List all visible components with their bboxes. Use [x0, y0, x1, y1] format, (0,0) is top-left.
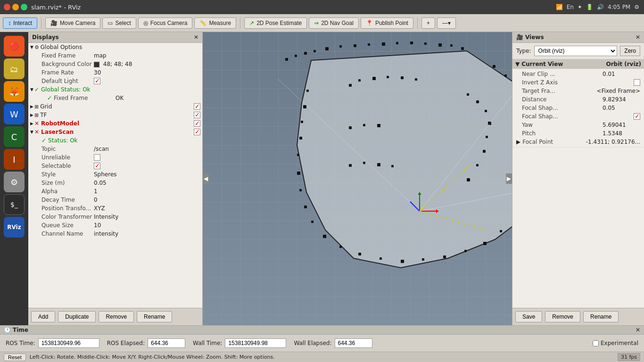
- frame-rate-value[interactable]: 30: [94, 69, 101, 76]
- experimental-checkbox[interactable]: [593, 340, 599, 346]
- svg-rect-6: [354, 44, 356, 47]
- close-button[interactable]: [4, 4, 10, 10]
- dock-libreoffice-w-icon[interactable]: W: [4, 104, 25, 124]
- maximize-button[interactable]: [21, 4, 27, 10]
- global-options-row[interactable]: ▼ ⚙ Global Options: [28, 43, 202, 51]
- svg-rect-46: [306, 90, 309, 92]
- dock-libreoffice-i-icon[interactable]: I: [4, 149, 25, 170]
- dock-rviz-icon[interactable]: RViz: [4, 217, 25, 238]
- invert-z-checkbox[interactable]: [634, 79, 640, 86]
- laser-channel-value[interactable]: intensity: [94, 230, 118, 237]
- global-status-row[interactable]: ▼ ✓ Global Status: Ok: [28, 85, 202, 94]
- near-clip-value[interactable]: 0.01: [603, 71, 640, 77]
- dock-settings-icon[interactable]: ⚙: [4, 172, 25, 192]
- libreoffice-calc-icon: C: [11, 132, 17, 142]
- laser-selectable-row: Selectable: [28, 162, 202, 170]
- laser-pos-value[interactable]: XYZ: [94, 205, 105, 212]
- views-type-select[interactable]: Orbit (rviz): [534, 46, 618, 56]
- dock-firefox-icon[interactable]: 🦊: [4, 81, 25, 102]
- dock-files-icon[interactable]: 🗂: [4, 58, 25, 79]
- target-frame-value[interactable]: <Fixed Frame>: [597, 88, 640, 94]
- laser-style-value[interactable]: Spheres: [94, 171, 117, 178]
- laser-alpha-row: Alpha 1: [28, 187, 202, 196]
- measure-icon: 📏: [199, 20, 206, 26]
- laser-color-value[interactable]: Intensity: [94, 214, 118, 220]
- pose-estimate-button[interactable]: ↗ 2D Pose Estimate: [244, 17, 307, 29]
- grid-checkbox[interactable]: [194, 103, 200, 110]
- laser-selectable-checkbox[interactable]: [94, 163, 100, 169]
- robot-model-arrow[interactable]: ▶: [30, 121, 33, 126]
- rename-display-button[interactable]: Rename: [137, 311, 172, 322]
- displays-close-icon[interactable]: ✕: [194, 34, 198, 41]
- ros-elapsed-input[interactable]: 644.36: [148, 338, 185, 348]
- remove-view-button[interactable]: Remove: [545, 311, 580, 322]
- interact-button[interactable]: ↕ Interact: [3, 17, 37, 29]
- grid-row[interactable]: ▶ ⊞ Grid: [28, 102, 202, 111]
- yaw-value[interactable]: 5.69041: [603, 122, 640, 128]
- grid-icon: ⊞: [34, 104, 39, 110]
- wall-elapsed-input[interactable]: 644.36: [335, 338, 372, 348]
- settings-icon[interactable]: ⚙: [634, 4, 639, 10]
- laser-alpha-value[interactable]: 1: [94, 188, 98, 195]
- collapse-left-button[interactable]: ◀: [203, 173, 209, 184]
- ros-time-input[interactable]: 1538130949.96: [38, 338, 99, 348]
- grid-arrow[interactable]: ▶: [30, 104, 33, 109]
- minimize-button[interactable]: [12, 4, 19, 10]
- laser-scan-arrow[interactable]: ▼: [30, 130, 33, 134]
- laser-topic-value[interactable]: /scan: [94, 146, 109, 152]
- laser-size-value[interactable]: 0.05: [94, 180, 107, 186]
- nav-goal-button[interactable]: ⇒ 2D Nav Goal: [309, 17, 359, 29]
- focal-shape-2-checkbox[interactable]: [634, 113, 640, 120]
- duplicate-display-button[interactable]: Duplicate: [58, 311, 96, 322]
- laser-scan-checkbox[interactable]: [194, 129, 200, 135]
- window-controls[interactable]: [4, 4, 27, 10]
- reset-button[interactable]: Reset: [4, 354, 26, 361]
- fixed-frame-value[interactable]: map: [94, 52, 107, 59]
- 3d-viewport[interactable]: ◀ ▶: [203, 32, 512, 325]
- remove-display-button[interactable]: Remove: [99, 311, 134, 322]
- displays-tree[interactable]: ▼ ⚙ Global Options Fixed Frame map Backg…: [28, 43, 202, 308]
- time-close-icon[interactable]: ✕: [636, 327, 640, 333]
- dock-libreoffice-c-icon[interactable]: C: [4, 126, 25, 147]
- wall-time-input[interactable]: 1538130949.98: [225, 338, 286, 348]
- svg-rect-15: [493, 65, 495, 68]
- add-display-button[interactable]: Add: [31, 311, 55, 322]
- tf-arrow[interactable]: ▶: [30, 113, 33, 117]
- robot-model-row[interactable]: ▶ ✕ RobotModel: [28, 119, 202, 128]
- global-options-arrow[interactable]: ▼: [30, 45, 33, 49]
- rename-view-button[interactable]: Rename: [583, 311, 619, 322]
- bg-color-swatch[interactable]: [94, 62, 99, 67]
- dock-terminal-icon[interactable]: $_: [4, 194, 25, 215]
- publish-point-button[interactable]: 📍 Publish Point: [361, 17, 413, 29]
- focal-point-value[interactable]: -1.4311; 0.92176...: [586, 139, 640, 145]
- views-close-icon[interactable]: ✕: [636, 34, 640, 41]
- select-button[interactable]: ▭ Select: [102, 17, 136, 29]
- dock-ubuntu-icon[interactable]: 🔴: [4, 36, 25, 57]
- move-camera-button[interactable]: 🎥 Move Camera: [45, 17, 100, 29]
- focus-camera-button[interactable]: ◎ Focus Camera: [138, 17, 193, 29]
- bg-color-row: Background Color 48; 48; 48: [28, 60, 202, 68]
- focal-point-arrow[interactable]: ▶: [516, 139, 520, 145]
- global-status-arrow[interactable]: ▼: [30, 87, 33, 92]
- views-zero-button[interactable]: Zero: [620, 46, 640, 56]
- global-options-label: Global Options: [41, 44, 200, 50]
- toolbar-extra-button[interactable]: +: [421, 17, 435, 29]
- pitch-value[interactable]: 1.5348: [603, 130, 640, 137]
- laser-unreliable-checkbox[interactable]: [94, 154, 100, 161]
- current-view-header[interactable]: ▼ Current View Orbit (rviz): [512, 59, 644, 69]
- distance-value[interactable]: 9.82934: [603, 96, 640, 103]
- laser-decay-value[interactable]: 0: [94, 197, 98, 203]
- laser-scan-row[interactable]: ▼ ✕ LaserScan: [28, 128, 202, 136]
- save-view-button[interactable]: Save: [515, 311, 542, 322]
- collapse-right-button[interactable]: ▶: [506, 173, 512, 184]
- tf-row[interactable]: ▶ ⊞ TF: [28, 111, 202, 119]
- default-light-checkbox[interactable]: [94, 78, 100, 84]
- experimental-check[interactable]: Experimental: [593, 340, 638, 346]
- toolbar-more-button[interactable]: —▾: [437, 17, 456, 29]
- measure-button[interactable]: 📏 Measure: [194, 17, 236, 29]
- laser-queue-value[interactable]: 10: [94, 222, 101, 229]
- robot-model-checkbox[interactable]: [194, 120, 200, 127]
- focal-shape-1-value[interactable]: 0.05: [603, 105, 640, 111]
- tf-checkbox[interactable]: [194, 112, 200, 118]
- frame-rate-row: Frame Rate 30: [28, 68, 202, 77]
